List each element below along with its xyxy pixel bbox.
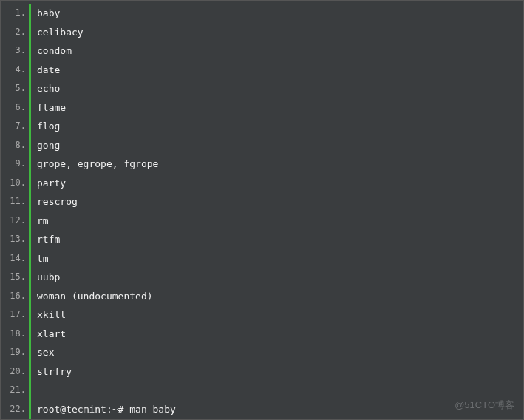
code-line: 15. uubp — [1, 268, 523, 287]
gutter-bar — [29, 305, 31, 325]
code-line: 13. rtfm — [1, 230, 523, 249]
gutter-bar — [29, 79, 31, 98]
line-content: rtfm — [37, 230, 60, 249]
code-line: 22. root@tecmint:~# man baby — [1, 400, 523, 419]
line-number: 17. — [1, 305, 29, 325]
line-content: baby — [37, 4, 60, 23]
code-line: 1. baby — [1, 4, 523, 23]
line-content: condom — [37, 41, 72, 61]
line-content: flog — [37, 117, 60, 136]
line-content: woman (undocumented) — [37, 287, 153, 306]
line-number: 16. — [1, 287, 29, 306]
code-block: 1. baby 2. celibacy 3. condom 4. date 5.… — [1, 1, 523, 420]
line-content: grope, egrope, fgrope — [37, 155, 158, 174]
code-line: 8. gong — [1, 136, 523, 155]
line-content: echo — [37, 79, 60, 98]
gutter-bar — [29, 192, 31, 211]
line-number: 19. — [1, 343, 29, 362]
code-line: 9. grope, egrope, fgrope — [1, 155, 523, 174]
gutter-bar — [29, 211, 31, 231]
line-content: xlart — [37, 325, 66, 344]
line-number: 18. — [1, 325, 29, 344]
code-line: 18. xlart — [1, 325, 523, 344]
line-number: 6. — [1, 98, 29, 118]
code-line: 17. xkill — [1, 305, 523, 325]
line-number: 21. — [1, 381, 29, 400]
line-number: 4. — [1, 61, 29, 80]
line-content: flame — [37, 98, 66, 118]
line-number: 11. — [1, 192, 29, 211]
gutter-bar — [29, 98, 31, 118]
line-content: strfry — [37, 362, 72, 382]
line-content: rescrog — [37, 192, 78, 211]
code-line: 19. sex — [1, 343, 523, 362]
code-line: 6. flame — [1, 98, 523, 118]
code-line: 14. tm — [1, 249, 523, 268]
line-number: 15. — [1, 268, 29, 287]
gutter-bar — [29, 136, 31, 155]
code-line: 20. strfry — [1, 362, 523, 382]
line-number: 14. — [1, 249, 29, 268]
line-content: date — [37, 61, 60, 80]
line-content: uubp — [37, 268, 60, 287]
gutter-bar — [29, 4, 31, 23]
gutter-bar — [29, 117, 31, 136]
line-number: 3. — [1, 41, 29, 61]
line-number: 20. — [1, 362, 29, 382]
code-line: 10. party — [1, 174, 523, 193]
code-line: 11. rescrog — [1, 192, 523, 211]
code-line: 5. echo — [1, 79, 523, 98]
line-content: celibacy — [37, 23, 84, 42]
line-content: xkill — [37, 305, 66, 325]
line-number: 9. — [1, 155, 29, 174]
line-number: 5. — [1, 79, 29, 98]
line-content: party — [37, 174, 66, 193]
gutter-bar — [29, 155, 31, 174]
line-content: gong — [37, 136, 60, 155]
gutter-bar — [29, 61, 31, 80]
gutter-bar — [29, 230, 31, 249]
gutter-bar — [29, 174, 31, 193]
gutter-bar — [29, 400, 31, 419]
code-line: 16. woman (undocumented) — [1, 287, 523, 306]
line-number: 12. — [1, 211, 29, 231]
line-number: 22. — [1, 400, 29, 419]
line-number: 13. — [1, 230, 29, 249]
line-content: root@tecmint:~# man baby — [37, 400, 176, 419]
code-line: 3. condom — [1, 41, 523, 61]
code-line: 7. flog — [1, 117, 523, 136]
line-number: 2. — [1, 23, 29, 42]
gutter-bar — [29, 343, 31, 362]
line-content: sex — [37, 343, 54, 362]
code-line: 4. date — [1, 61, 523, 80]
line-content: rm — [37, 211, 49, 231]
line-number: 7. — [1, 117, 29, 136]
line-number: 8. — [1, 136, 29, 155]
line-content: tm — [37, 249, 49, 268]
gutter-bar — [29, 268, 31, 287]
gutter-bar — [29, 287, 31, 306]
code-line: 12. rm — [1, 211, 523, 231]
gutter-bar — [29, 249, 31, 268]
line-number: 1. — [1, 4, 29, 23]
gutter-bar — [29, 325, 31, 344]
gutter-bar — [29, 381, 31, 400]
code-line: 2. celibacy — [1, 23, 523, 42]
gutter-bar — [29, 23, 31, 42]
watermark-text: @51CTO博客 — [455, 399, 514, 412]
line-number: 10. — [1, 174, 29, 193]
gutter-bar — [29, 41, 31, 61]
gutter-bar — [29, 362, 31, 382]
code-line: 21. — [1, 381, 523, 400]
